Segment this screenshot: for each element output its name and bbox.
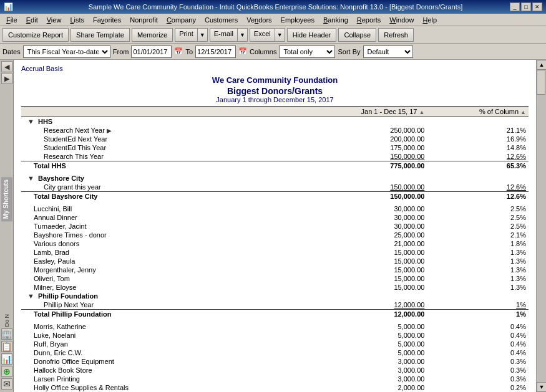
table-row: City grant this year 150,000.00 12.6% (21, 183, 529, 192)
maximize-button[interactable]: □ (521, 2, 531, 11)
menu-view[interactable]: View (43, 15, 66, 25)
sort-by-select[interactable]: Default (363, 45, 413, 58)
scroll-up-button[interactable]: ▲ (537, 60, 546, 70)
menu-company[interactable]: Company (163, 15, 200, 25)
to-calendar-icon[interactable]: 📅 (238, 47, 247, 55)
table-row: Research Next Year ▶ 250,000.00 21.1% (21, 126, 529, 135)
table-row: StudentEd This Year 175,000.00 14.8% (21, 143, 529, 152)
email-dropdown: E-mail ▼ (210, 28, 248, 42)
group-collapse-icon-phillip[interactable]: ▼ (27, 292, 34, 300)
table-row: StudentEd Next Year 200,000.00 16.9% (21, 135, 529, 143)
group-name-bayshore: Bayshore City (38, 174, 84, 182)
columns-select[interactable]: Total only (279, 45, 335, 58)
print-dropdown: Print ▼ (175, 28, 208, 42)
group-collapse-icon-bayshore[interactable]: ▼ (27, 174, 34, 182)
menu-help[interactable]: Help (419, 15, 441, 25)
title-bar-icon: 📊 (4, 2, 13, 11)
window-title: Sample We Care Community Foundation - In… (41, 3, 510, 11)
app-icon-5[interactable]: ✉ (1, 378, 12, 390)
menu-lists[interactable]: Lists (66, 15, 88, 25)
customize-report-button[interactable]: Customize Report (2, 28, 69, 42)
total-row-phillip: Total Phillip Foundation 12,000.00 1% (21, 310, 529, 319)
menu-reports[interactable]: Reports (353, 15, 385, 25)
table-row: Easley, Paula 15,000.00 1.3% (21, 257, 529, 265)
main-area: ◀ ▶ My Shortcuts Do N 🏢 📋 📊 ⊕ ✉ Accrual … (0, 60, 546, 392)
from-calendar-icon[interactable]: 📅 (174, 47, 183, 55)
excel-button[interactable]: Excel (250, 28, 275, 42)
scroll-down-button[interactable]: ▼ (537, 382, 546, 392)
group-collapse-icon-hhs[interactable]: ▼ (27, 118, 34, 125)
report-table: Jan 1 - Dec 15, 17 ▲ % of Column ▲ ▼ HHS (21, 106, 529, 392)
table-row: Annual Dinner 30,000.00 2.5% (21, 213, 529, 222)
collapse-button[interactable]: Collapse (338, 28, 376, 42)
table-row: Phillip Next Year 12,000.00 1% (21, 300, 529, 310)
email-button[interactable]: E-mail (210, 28, 237, 42)
toolbar: Customize Report Share Template Memorize… (0, 26, 546, 44)
dates-label: Dates (2, 48, 21, 55)
menu-employees[interactable]: Employees (277, 15, 318, 25)
app-icon-2[interactable]: 📋 (1, 341, 12, 352)
minimize-button[interactable]: _ (510, 2, 520, 11)
total-row-bayshore: Total Bayshore City 150,000.00 12.6% (21, 192, 529, 201)
my-shortcuts-label[interactable]: My Shortcuts (1, 177, 12, 221)
left-nav: ◀ ▶ My Shortcuts Do N 🏢 📋 📊 ⊕ ✉ (0, 60, 14, 392)
group-name-hhs: HHS (38, 118, 52, 125)
report-title: Biggest Donors/Grants (21, 86, 529, 96)
table-row: Larsen Printing 3,000.00 0.3% (21, 375, 529, 383)
hide-header-button[interactable]: Hide Header (287, 28, 337, 42)
excel-dropdown-arrow[interactable]: ▼ (275, 28, 285, 42)
table-row: Research This Year 150,000.00 12.6% (21, 152, 529, 161)
col-header-date-range[interactable]: Jan 1 - Dec 15, 17 ▲ (300, 107, 427, 117)
table-row: Various donors 21,000.00 1.8% (21, 239, 529, 248)
dates-select[interactable]: This Fiscal Year-to-date (23, 45, 110, 58)
table-row: Morgenthaler, Jenny 15,000.00 1.3% (21, 265, 529, 274)
menu-window[interactable]: Window (386, 15, 417, 25)
email-dropdown-arrow[interactable]: ▼ (237, 28, 248, 42)
from-label: From (113, 48, 129, 55)
to-label: To (185, 48, 193, 55)
table-row: Turnaeder, Jacint 30,000.00 2.5% (21, 222, 529, 231)
nav-forward-button[interactable]: ▶ (1, 73, 12, 84)
excel-dropdown: Excel ▼ (250, 28, 285, 42)
table-row: Luke, Noelani 5,000.00 0.4% (21, 331, 529, 340)
filter-bar: Dates This Fiscal Year-to-date From 01/0… (0, 44, 546, 60)
sort-by-label: Sort By (338, 48, 360, 55)
table-row: Dunn, Eric C.W. 5,000.00 0.4% (21, 348, 529, 357)
table-row: Bayshore Times - donor 25,000.00 2.1% (21, 231, 529, 239)
accrual-basis: Accrual Basis (21, 65, 529, 72)
close-button[interactable]: ✕ (532, 2, 542, 11)
app-icon-3[interactable]: 📊 (1, 353, 12, 365)
app-icon-4[interactable]: ⊕ (1, 366, 12, 377)
table-row: Holly Office Supplies & Rentals 2,000.00… (21, 383, 529, 392)
app-icon-1[interactable]: 🏢 (1, 328, 12, 340)
right-scrollbar: ▲ ▼ (536, 60, 546, 392)
group-name-phillip: Phillip Foundation (38, 292, 98, 300)
group-header-phillip: ▼ Phillip Foundation (21, 292, 529, 300)
group-header-hhs: ▼ HHS (21, 117, 529, 127)
scroll-track[interactable] (537, 70, 546, 382)
menu-customers[interactable]: Customers (201, 15, 241, 25)
memorize-button[interactable]: Memorize (132, 28, 173, 42)
share-template-button[interactable]: Share Template (71, 28, 130, 42)
menu-nonprofit[interactable]: Nonprofit (126, 15, 162, 25)
from-date-input[interactable]: 01/01/2017 (131, 45, 172, 58)
print-dropdown-arrow[interactable]: ▼ (197, 28, 208, 42)
nav-back-button[interactable]: ◀ (1, 61, 12, 72)
table-row: Hallock Book Store 3,000.00 0.3% (21, 366, 529, 375)
menu-banking[interactable]: Banking (319, 15, 352, 25)
org-name: We Care Community Foundation (21, 75, 529, 86)
table-row: Morris, Katherine 5,000.00 0.4% (21, 322, 529, 331)
refresh-button[interactable]: Refresh (378, 28, 414, 42)
report-date-range: January 1 through December 15, 2017 (21, 96, 529, 103)
menu-edit[interactable]: Edit (22, 15, 42, 25)
table-row: Donofrio Office Equipment 3,000.00 0.3% (21, 357, 529, 366)
menu-file[interactable]: File (2, 15, 21, 25)
to-date-input[interactable] (195, 45, 236, 58)
col-header-pct[interactable]: % of Column ▲ (427, 107, 529, 117)
do-n-label: Do N (4, 314, 10, 327)
menu-favorites[interactable]: Favorites (89, 15, 125, 25)
report-content: Accrual Basis We Care Community Foundati… (14, 60, 536, 392)
table-row: Oliveri, Tom 15,000.00 1.3% (21, 274, 529, 283)
print-button[interactable]: Print (175, 28, 197, 42)
menu-vendors[interactable]: Vendors (243, 15, 275, 25)
